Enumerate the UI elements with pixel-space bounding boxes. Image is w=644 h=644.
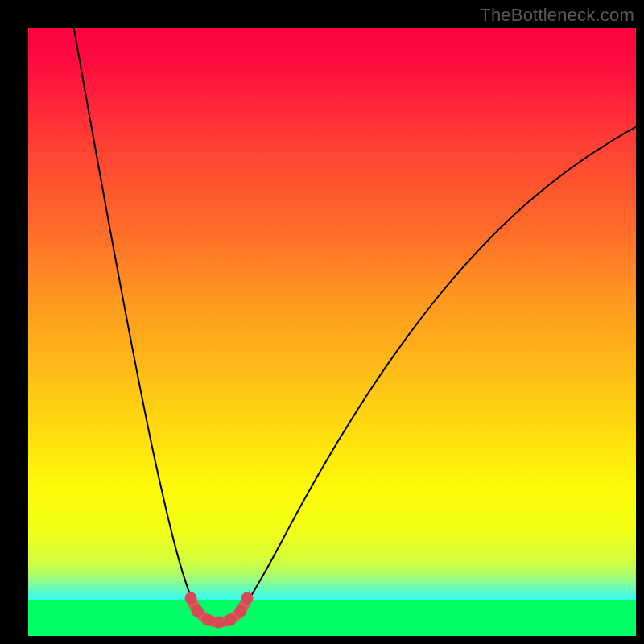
marker-dot [213,617,225,629]
marker-dot [202,614,214,626]
plot-area [28,28,636,636]
marker-dot [242,592,254,605]
curve-left [72,28,202,618]
chart-svg [28,28,636,636]
site-watermark: TheBottleneck.com [480,5,634,26]
curve-right [236,125,636,618]
marker-dot [185,592,197,605]
marker-dot [192,605,204,617]
marker-dot [235,605,247,617]
marker-dot [225,614,237,626]
